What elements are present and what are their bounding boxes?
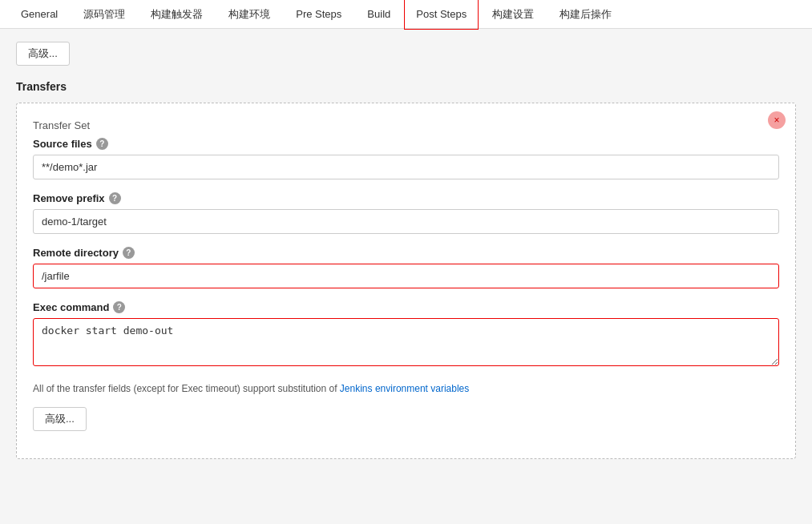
nav-tab-trigger[interactable]: 构建触发器 xyxy=(139,0,215,30)
jenkins-env-vars-link[interactable]: Jenkins environment variables xyxy=(340,383,469,394)
nav-tab-general[interactable]: General xyxy=(9,0,70,30)
exec-command-help-icon[interactable]: ? xyxy=(113,301,125,313)
nav-tab-source[interactable]: 源码管理 xyxy=(71,0,137,30)
nav-tab-pre-steps[interactable]: Pre Steps xyxy=(284,0,353,30)
nav-tab-post-build[interactable]: 构建后操作 xyxy=(547,0,624,30)
exec-command-group: Exec command ? xyxy=(33,301,779,369)
nav-tab-settings[interactable]: 构建设置 xyxy=(480,0,546,30)
nav-tab-build[interactable]: Build xyxy=(355,0,402,30)
advanced-bottom-button[interactable]: 高级... xyxy=(33,407,87,431)
source-files-label: Source files ? xyxy=(33,138,779,150)
exec-command-input[interactable] xyxy=(33,318,779,366)
remote-directory-input[interactable] xyxy=(33,264,779,288)
remove-prefix-help-icon[interactable]: ? xyxy=(109,192,121,204)
top-nav: General源码管理构建触发器构建环境Pre StepsBuildPost S… xyxy=(0,0,812,29)
nav-tab-env[interactable]: 构建环境 xyxy=(216,0,282,30)
remote-directory-help-icon[interactable]: ? xyxy=(123,247,135,259)
nav-tab-post-steps[interactable]: Post Steps xyxy=(404,0,479,30)
remote-directory-group: Remote directory ? xyxy=(33,247,779,288)
exec-command-label: Exec command ? xyxy=(33,301,779,313)
close-transfer-set-button[interactable]: × xyxy=(768,111,786,129)
remove-prefix-input[interactable] xyxy=(33,209,779,234)
advanced-top-button[interactable]: 高级... xyxy=(16,42,70,66)
transfer-set-card: × Transfer Set Source files ? Remove pre… xyxy=(16,103,796,459)
source-files-input[interactable] xyxy=(33,155,779,179)
remove-prefix-group: Remove prefix ? xyxy=(33,192,779,234)
transfer-set-header: Transfer Set xyxy=(33,119,779,131)
source-files-group: Source files ? xyxy=(33,138,779,179)
transfers-section-title: Transfers xyxy=(16,80,796,93)
source-files-help-icon[interactable]: ? xyxy=(96,138,108,150)
main-content: 高级... Transfers × Transfer Set Source fi… xyxy=(0,29,812,524)
transfer-info-text: All of the transfer fields (except for E… xyxy=(33,381,779,396)
remove-prefix-label: Remove prefix ? xyxy=(33,192,779,204)
remote-directory-label: Remote directory ? xyxy=(33,247,779,259)
